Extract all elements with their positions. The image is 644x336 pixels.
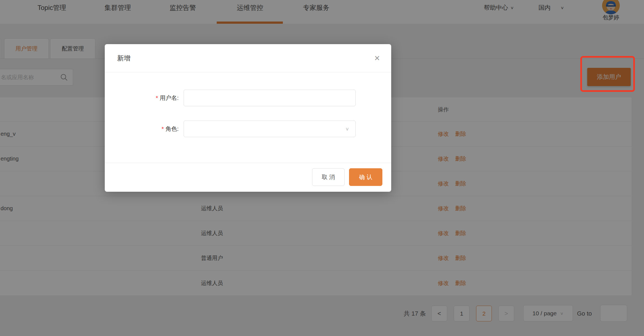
modal-footer-divider [105,163,391,163]
role-form-row: *角色: ∨ [105,121,391,137]
close-icon[interactable]: ✕ [369,44,385,72]
confirm-button[interactable]: 确 认 [349,168,382,186]
modal-title: 新增 [117,44,130,72]
modal-header: 新增 ✕ [105,44,391,72]
role-label-text: 角色: [165,125,179,133]
chevron-down-icon: ∨ [345,126,349,132]
username-form-row: *用户名: [105,90,391,106]
required-asterisk: * [162,126,164,132]
required-asterisk: * [156,95,158,101]
username-label-text: 用户名: [160,94,179,102]
role-select[interactable]: ∨ [184,121,356,137]
cancel-button[interactable]: 取 消 [312,168,345,186]
username-field[interactable] [184,90,356,106]
role-label: *角色: [162,121,179,137]
add-user-modal: 新增 ✕ *用户名: *角色: ∨ 取 消 确 认 [105,44,391,192]
username-label: *用户名: [156,90,179,106]
